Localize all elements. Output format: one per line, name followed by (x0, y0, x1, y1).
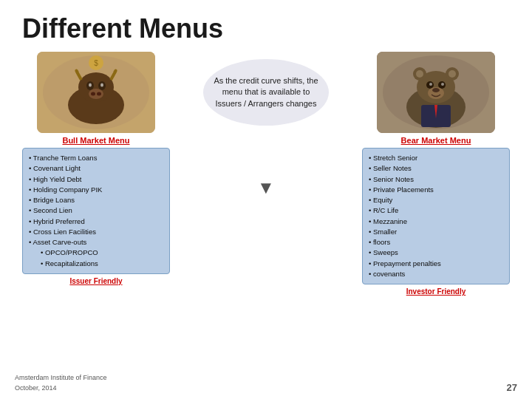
svg-point-7 (100, 83, 103, 87)
bull-image: $ (37, 52, 155, 133)
list-item: covenants (369, 269, 503, 279)
list-item: Cross Lien Facilities (29, 227, 163, 237)
list-item: Mezzanine (369, 216, 503, 227)
bear-menu-box: Stretch Senior Seller Notes Senior Notes… (362, 148, 510, 284)
list-item: Hybrid Preferred (29, 216, 163, 227)
list-item: Smaller (369, 227, 503, 237)
oval-description: As the credit curve shifts, the menu tha… (203, 59, 329, 126)
bull-menu-label: Bull Market Menu (62, 136, 129, 145)
list-item: Senior Notes (369, 174, 503, 185)
investor-friendly-label: Investor Friendly (406, 287, 466, 296)
footer-institute: Amsterdam Institute of Finance October, … (15, 373, 107, 393)
svg-point-25 (429, 83, 432, 86)
arrow-down-icon: ▼ (257, 177, 275, 198)
list-item: OPCO/PROPCO (29, 248, 163, 258)
list-item: Seller Notes (369, 163, 503, 174)
svg-point-10 (97, 92, 101, 96)
bear-section: Bear Market Menu Stretch Senior Seller N… (355, 52, 517, 296)
center-section: As the credit curve shifts, the menu tha… (185, 52, 347, 296)
list-item: Bridge Loans (29, 195, 163, 205)
list-item: Equity (369, 195, 503, 205)
list-item: Stretch Senior (369, 153, 503, 163)
svg-point-28 (432, 88, 440, 92)
list-item: Asset Carve-outs (29, 237, 163, 248)
list-item: floors (369, 237, 503, 248)
bear-image (377, 52, 495, 133)
footer: Amsterdam Institute of Finance October, … (15, 373, 517, 393)
bull-section: $ Bull Market Menu Tranche Term Loans Co… (15, 52, 177, 296)
svg-point-20 (416, 70, 423, 78)
list-item: High Yield Debt (29, 174, 163, 185)
svg-point-22 (449, 70, 456, 78)
list-item: Sweeps (369, 248, 503, 258)
list-item: Holding Company PIK (29, 185, 163, 195)
bull-menu-box: Tranche Term Loans Covenant Light High Y… (22, 148, 170, 274)
svg-point-9 (91, 92, 95, 96)
svg-text:$: $ (94, 59, 98, 67)
svg-point-6 (89, 83, 92, 87)
list-item: Tranche Term Loans (29, 153, 163, 163)
issuer-friendly-label: Issuer Friendly (69, 277, 122, 285)
list-item: Prepayment penalties (369, 259, 503, 269)
list-item: Second Lien (29, 205, 163, 216)
bear-menu-label: Bear Market Menu (401, 136, 471, 145)
page-title: Different Menus (0, 0, 532, 52)
list-item: R/C Life (369, 205, 503, 216)
list-item: Recapitalizations (29, 259, 163, 269)
list-item: Covenant Light (29, 163, 163, 174)
list-item: Private Placements (369, 185, 503, 195)
svg-point-26 (441, 83, 444, 86)
footer-page: 27 (507, 382, 517, 393)
